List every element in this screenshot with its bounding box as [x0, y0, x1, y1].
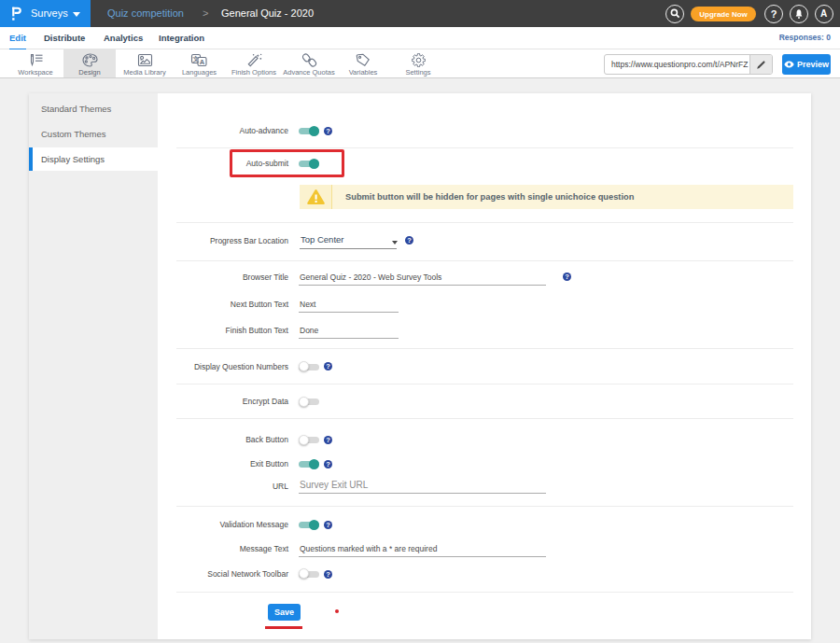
svg-text:A: A [200, 58, 205, 66]
svg-text:文: 文 [192, 55, 200, 63]
